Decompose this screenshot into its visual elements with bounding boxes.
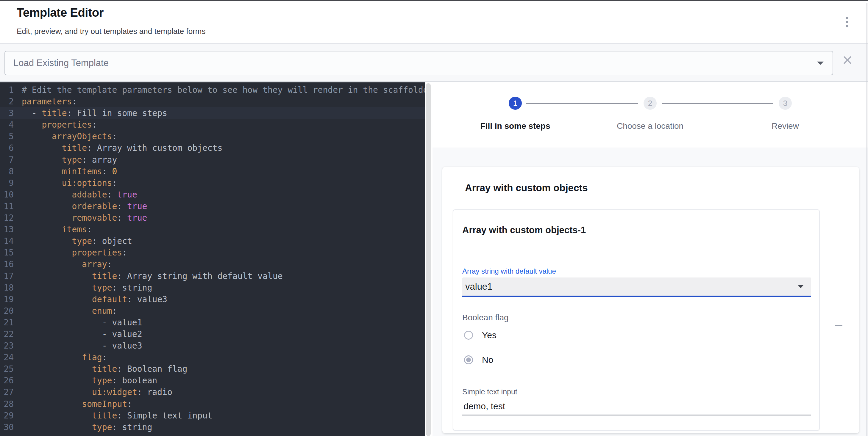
step-3-circle[interactable]: 3: [779, 97, 792, 110]
step-1-label: Fill in some steps: [462, 121, 569, 131]
line-number: 8: [0, 166, 14, 177]
select-field-label: Array string with default value: [462, 267, 556, 275]
code-line[interactable]: 29 title: Simple text input: [0, 410, 425, 422]
line-number: 26: [0, 375, 14, 386]
line-number: 14: [0, 235, 14, 247]
code-line[interactable]: 28 someInput:: [0, 398, 425, 410]
line-number: 15: [0, 247, 14, 259]
step-2-circle[interactable]: 2: [644, 97, 657, 110]
radio-unselected-icon: [464, 331, 473, 340]
radio-group-label: Boolean flag: [462, 313, 509, 323]
code-line[interactable]: 21 - value1: [0, 317, 425, 328]
code-line[interactable]: 4 properties:: [0, 119, 425, 131]
code-line[interactable]: 18 type: string: [0, 282, 425, 294]
code-line[interactable]: 9 ui:options:: [0, 177, 425, 189]
text-field-label: Simple text input: [462, 388, 517, 396]
code-line[interactable]: 12 removable: true: [0, 212, 425, 224]
line-number: 29: [0, 410, 14, 422]
code-line[interactable]: 10 addable: true: [0, 189, 425, 200]
form-section-card: Array with custom objects Array with cus…: [442, 167, 859, 433]
radio-option-no[interactable]: No: [462, 355, 493, 365]
form-area: Array with custom objects Array with cus…: [433, 147, 868, 436]
code-line[interactable]: 11 orderable: true: [0, 200, 425, 212]
line-number: 19: [0, 294, 14, 305]
code-line[interactable]: 23 - value3: [0, 340, 425, 351]
step-2-label: Choose a location: [596, 121, 704, 131]
editor-lines: 1# Edit the template parameters below to…: [0, 84, 425, 433]
load-existing-template-select[interactable]: Load Existing Template: [4, 51, 833, 75]
line-number: 17: [0, 270, 14, 282]
code-line[interactable]: 20 enum:: [0, 305, 425, 317]
close-icon: [843, 56, 852, 65]
line-number: 25: [0, 363, 14, 375]
line-number: 28: [0, 398, 14, 410]
code-line[interactable]: 3 - title: Fill in some steps: [0, 107, 425, 119]
step-3-label: Review: [732, 121, 839, 131]
stepper-connector: [526, 103, 638, 104]
dropdown-caret-icon: [817, 62, 824, 65]
remove-item-button[interactable]: [829, 316, 848, 335]
line-number: 24: [0, 351, 14, 363]
line-number: 22: [0, 328, 14, 340]
code-line[interactable]: 13 items:: [0, 224, 425, 235]
code-editor[interactable]: 1# Edit the template parameters below to…: [0, 82, 425, 436]
radio-option-label: Yes: [482, 330, 497, 340]
code-line[interactable]: 16 array:: [0, 259, 425, 270]
more-options-button[interactable]: [839, 12, 856, 32]
code-line[interactable]: 25 title: Boolean flag: [0, 363, 425, 375]
line-number: 5: [0, 131, 14, 142]
code-line[interactable]: 6 title: Array with custom objects: [0, 142, 425, 154]
radio-option-label: No: [482, 355, 493, 365]
line-number: 11: [0, 200, 14, 212]
line-number: 20: [0, 305, 14, 317]
code-line[interactable]: 22 - value2: [0, 328, 425, 340]
template-loader-bar: Load Existing Template: [0, 43, 868, 82]
code-line[interactable]: 17 title: Array string with default valu…: [0, 270, 425, 282]
code-line[interactable]: 8 minItems: 0: [0, 166, 425, 177]
step-1-circle[interactable]: 1: [509, 97, 522, 110]
page-header: Template Editor Edit, preview, and try o…: [0, 1, 868, 43]
code-line[interactable]: 2parameters:: [0, 96, 425, 107]
simple-text-input[interactable]: demo, test: [463, 401, 505, 411]
code-line[interactable]: 26 type: boolean: [0, 375, 425, 386]
line-number: 2: [0, 96, 14, 107]
array-item-title: Array with custom objects-1: [462, 225, 586, 236]
text-input-underline: [462, 414, 811, 415]
stepper: 1Fill in some steps2Choose a location3Re…: [433, 82, 868, 147]
code-line[interactable]: 5 arrayObjects:: [0, 131, 425, 142]
line-number: 4: [0, 119, 14, 131]
line-number: 13: [0, 224, 14, 235]
line-number: 7: [0, 154, 14, 166]
editor-scrollbar[interactable]: [425, 82, 433, 436]
preview-panel: 1Fill in some steps2Choose a location3Re…: [433, 82, 868, 436]
radio-selected-icon: [464, 356, 473, 364]
code-line[interactable]: 24 flag:: [0, 351, 425, 363]
close-button[interactable]: [839, 52, 856, 69]
line-number: 16: [0, 259, 14, 270]
array-section-title: Array with custom objects: [465, 182, 588, 194]
line-number: 21: [0, 317, 14, 328]
load-select-placeholder: Load Existing Template: [13, 58, 108, 68]
line-number: 10: [0, 189, 14, 200]
line-number: 9: [0, 177, 14, 189]
line-number: 1: [0, 84, 14, 96]
page-scrollbar[interactable]: [867, 3, 867, 436]
array-string-select[interactable]: value1: [462, 277, 811, 297]
select-caret-icon: [798, 285, 803, 288]
editor-scrollbar-thumb[interactable]: [426, 83, 431, 436]
code-line[interactable]: 19 default: value3: [0, 294, 425, 305]
line-number: 27: [0, 386, 14, 398]
code-line[interactable]: 14 type: object: [0, 235, 425, 247]
text-input-value: demo, test: [463, 401, 505, 411]
code-line[interactable]: 30 type: string: [0, 422, 425, 433]
code-line[interactable]: 27 ui:widget: radio: [0, 386, 425, 398]
page-title: Template Editor: [17, 6, 103, 19]
radio-option-yes[interactable]: Yes: [462, 330, 497, 340]
array-item-card: Array with custom objects-1 Array string…: [453, 209, 820, 431]
code-line[interactable]: 1# Edit the template parameters below to…: [0, 84, 425, 96]
kebab-icon: [846, 16, 848, 19]
line-number: 23: [0, 340, 14, 351]
code-line[interactable]: 15 properties:: [0, 247, 425, 259]
code-line[interactable]: 7 type: array: [0, 154, 425, 166]
line-number: 12: [0, 212, 14, 224]
